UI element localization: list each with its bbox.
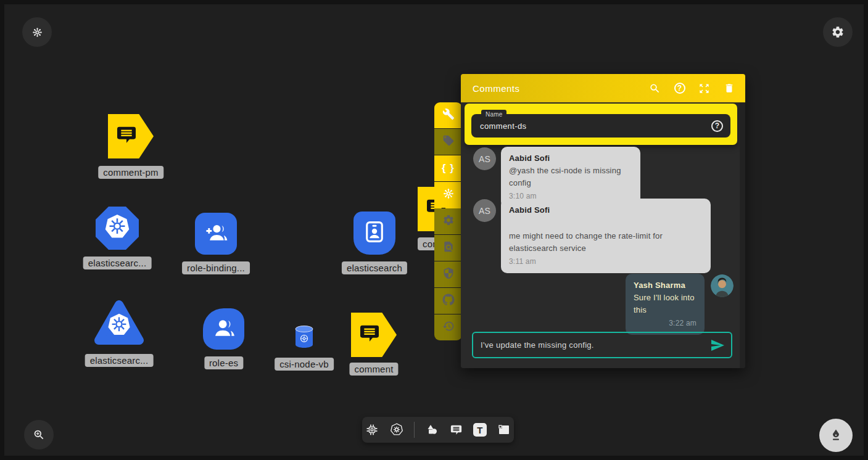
toolbar-item-shield[interactable] [434, 261, 462, 287]
github-icon [442, 294, 455, 308]
message-list[interactable]: AS Aabid Sofi @yash the csi-node is miss… [461, 145, 740, 324]
toolbar-item-gear[interactable] [434, 208, 462, 234]
send-icon[interactable] [710, 338, 725, 353]
expand-icon[interactable] [698, 82, 711, 95]
kubernetes-logo-icon [103, 213, 131, 244]
settings-button[interactable] [823, 17, 853, 47]
node-elasticsearch-octagon[interactable]: elasticsearc... [96, 207, 139, 250]
node-label: role-binding... [182, 261, 250, 274]
people-icon [210, 314, 238, 344]
add-people-icon [202, 219, 229, 248]
name-input[interactable] [471, 121, 711, 131]
message-time: 3:22 am [634, 318, 696, 329]
triangle-shape [93, 298, 146, 348]
node-label: csi-node-vb [275, 358, 334, 371]
node-label: role-es [204, 356, 243, 369]
bottom-dock: T [362, 417, 514, 443]
dock-text-icon[interactable]: T [473, 423, 487, 437]
avatar: AS [473, 199, 496, 222]
storage-cylinder-shape [294, 325, 315, 348]
speech-bubble-icon [357, 321, 391, 348]
node-comment[interactable]: comment [351, 313, 397, 357]
diagram-canvas[interactable]: comment-pm elasticsearc... [0, 0, 868, 460]
message-text: me might need to change the rate-limit f… [509, 230, 703, 255]
message-author: Aabid Sofi [509, 152, 632, 165]
dock-relationships-icon[interactable] [365, 422, 379, 437]
node-csi-node-vb[interactable]: csi-node-vb [294, 325, 315, 348]
node-label: comment-pm [98, 166, 163, 179]
service-account-shape [353, 212, 395, 255]
node-action-toolbar: { } [434, 102, 462, 340]
wrench-icon [442, 108, 455, 123]
help-icon[interactable]: ? [711, 120, 723, 132]
message-bubble: Aabid Sofi me might need to change the r… [501, 199, 711, 273]
zoom-button[interactable] [24, 420, 54, 450]
node-elasticsearch-triangle[interactable]: elasticsearc... [93, 298, 146, 348]
pen-tool-button[interactable] [819, 419, 853, 452]
role-shape [203, 308, 244, 350]
gear-icon [442, 214, 455, 229]
node-role-es[interactable]: role-es [203, 308, 244, 350]
message-bubble: Yash Sharma Sure I'll look into this 3:2… [626, 274, 705, 335]
node-role-binding[interactable]: role-binding... [195, 213, 237, 255]
comment-shape [108, 114, 154, 158]
toolbar-item-tag[interactable] [434, 129, 462, 155]
toolbar-item-github[interactable] [434, 288, 462, 314]
app-logo-icon [31, 27, 43, 38]
braces-icon: { } [442, 162, 455, 175]
gear-icon [831, 25, 845, 39]
history-icon [442, 320, 455, 335]
name-field-wrapper: Name ? [465, 104, 737, 145]
dock-kubernetes-icon[interactable] [389, 422, 404, 437]
toolbar-item-doc-search[interactable] [434, 235, 462, 261]
pen-nib-icon [829, 428, 843, 443]
comment-input-row [472, 332, 732, 358]
avatar-photo [711, 274, 734, 297]
message-author: Yash Sharma [634, 279, 696, 292]
message-time: 3:11 am [509, 256, 703, 268]
node-label: elasticsearch [342, 261, 407, 274]
message-text: Sure I'll look into this [634, 292, 696, 316]
node-label: elasticsearc... [85, 354, 154, 367]
message-author: Aabid Sofi [509, 204, 703, 216]
search-icon[interactable] [648, 82, 661, 95]
app-logo-button[interactable] [22, 17, 52, 47]
comments-panel: Comments ? Name ? [461, 74, 745, 368]
name-field-label: Name [481, 110, 506, 119]
role-binding-shape [195, 213, 237, 255]
dock-shapes-icon[interactable] [424, 422, 439, 437]
comment-input[interactable] [473, 340, 710, 350]
zoom-in-icon [33, 429, 46, 442]
id-badge-icon [362, 218, 387, 248]
toolbar-item-kubernetes[interactable] [434, 182, 462, 208]
comment-shape [351, 313, 397, 357]
dock-rectangle-icon[interactable] [497, 422, 511, 437]
avatar: AS [473, 147, 496, 170]
document-search-icon [442, 240, 455, 255]
panel-title: Comments [473, 83, 520, 94]
delete-icon[interactable] [722, 82, 735, 95]
kubernetes-logo-icon [106, 312, 132, 340]
tag-icon [442, 134, 455, 149]
speech-bubble-icon [114, 123, 147, 150]
kubernetes-wheel-icon [442, 187, 455, 203]
node-label: elasticsearc... [83, 257, 152, 269]
dock-divider [414, 422, 415, 438]
node-comment-pm[interactable]: comment-pm [108, 114, 154, 158]
toolbar-item-braces[interactable]: { } [434, 155, 462, 181]
node-label: comment [349, 363, 398, 376]
shield-icon [442, 267, 455, 282]
comments-panel-header[interactable]: Comments ? [461, 74, 745, 102]
octagon-shape [96, 207, 139, 250]
dock-comment-icon[interactable] [449, 423, 463, 437]
node-elasticsearch-badge[interactable]: elasticsearch [353, 212, 395, 255]
toolbar-item-history[interactable] [434, 314, 462, 340]
message-text: @yash the csi-node is missing config [509, 165, 632, 189]
help-icon[interactable]: ? [673, 82, 686, 95]
toolbar-item-wrench[interactable] [434, 102, 462, 128]
